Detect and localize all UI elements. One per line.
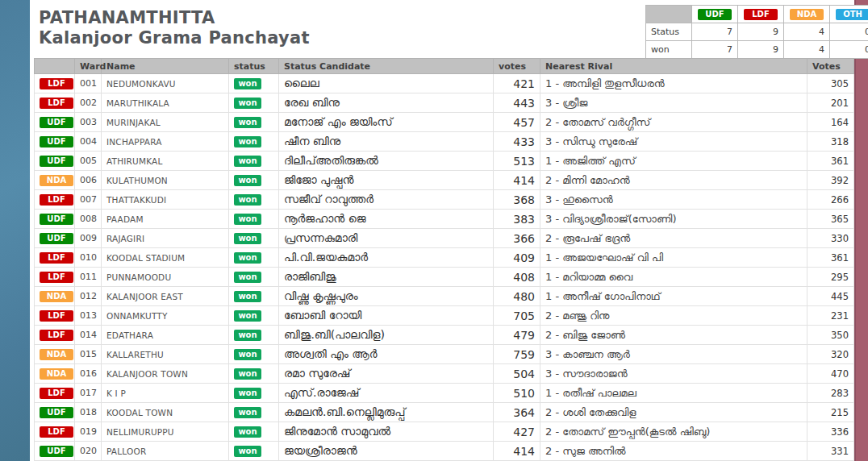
page-title: PATHANAMTHITTA Kalanjoor Grama Panchayat bbox=[39, 8, 310, 48]
status-cell: won bbox=[229, 229, 279, 248]
nearest-rival: 2 - രൂപേഷ് ഭദ്രൻ bbox=[540, 229, 807, 248]
status-candidate: രാജിബിജു bbox=[279, 268, 494, 287]
rival-votes: 164 bbox=[807, 113, 854, 132]
candidate-votes: 427 bbox=[494, 422, 540, 442]
candidate-votes: 510 bbox=[494, 384, 540, 403]
summary-status-udf: 7 bbox=[692, 23, 738, 41]
status-cell: won bbox=[229, 442, 279, 461]
won-badge: won bbox=[234, 214, 261, 225]
party-badge: LDF bbox=[40, 194, 73, 206]
candidate-votes: 408 bbox=[494, 268, 540, 287]
rival-votes: 305 bbox=[807, 74, 854, 93]
ward-results-table: Ward Name status Status Candidate votes … bbox=[34, 58, 854, 461]
header-ward: Ward bbox=[75, 59, 102, 74]
ward-number: 008 bbox=[75, 210, 102, 229]
summary-won-nda: 4 bbox=[784, 41, 830, 59]
summary-status-label: Status bbox=[646, 23, 692, 41]
udf-badge: UDF bbox=[698, 9, 732, 20]
nearest-rival: 3 - ഹുസൈൻ bbox=[540, 190, 807, 210]
status-candidate: പി.വി.ജയകുമാർ bbox=[279, 248, 494, 268]
ward-number: 017 bbox=[75, 384, 102, 403]
ward-name: THATTAKKUDI bbox=[102, 190, 229, 210]
won-badge: won bbox=[234, 310, 261, 322]
status-candidate: പ്രസന്നകുമാരി bbox=[279, 229, 494, 248]
summary-status-nda: 4 bbox=[784, 23, 830, 41]
party-cell: LDF bbox=[35, 422, 75, 442]
header-name: Name bbox=[102, 59, 229, 74]
candidate-votes: 759 bbox=[494, 345, 540, 364]
won-badge: won bbox=[234, 233, 261, 244]
party-cell: NDA bbox=[35, 345, 75, 364]
summary-corner-cell bbox=[646, 6, 692, 23]
party-cell: NDA bbox=[35, 287, 75, 306]
candidate-votes: 504 bbox=[494, 364, 540, 384]
party-badge: NDA bbox=[40, 175, 73, 186]
party-badge: LDF bbox=[40, 310, 73, 322]
status-candidate: കമലൻ.ബി.നെല്ലിമുരുപ്പ് bbox=[279, 403, 494, 422]
table-row: LDF 019 NELLIMURUPPU won ജിനുമോൻ സാമുവൽ … bbox=[35, 422, 854, 442]
rival-votes: 365 bbox=[807, 210, 854, 229]
status-cell: won bbox=[229, 74, 279, 93]
status-cell: won bbox=[229, 248, 279, 268]
candidate-votes: 480 bbox=[494, 287, 540, 306]
ward-number: 001 bbox=[75, 74, 102, 93]
table-row: LDF 007 THATTAKKUDI won സജീവ് റാവുത്തർ 3… bbox=[35, 190, 854, 210]
candidate-votes: 705 bbox=[494, 306, 540, 326]
status-cell: won bbox=[229, 171, 279, 190]
nearest-rival: 3 - സൗദാരാജൻ bbox=[540, 364, 807, 384]
ward-number: 003 bbox=[75, 113, 102, 132]
left-sidebar bbox=[0, 0, 30, 461]
candidate-votes: 409 bbox=[494, 248, 540, 268]
status-cell: won bbox=[229, 152, 279, 171]
ward-name: KOODAL TOWN bbox=[102, 403, 229, 422]
summary-won-label: won bbox=[646, 41, 692, 59]
table-row: UDF 008 PAADAM won നൂർജഹാൻ ജെ 383 3 - വി… bbox=[35, 210, 854, 229]
rival-votes: 336 bbox=[807, 422, 854, 442]
nda-badge: NDA bbox=[790, 9, 824, 20]
party-badge: LDF bbox=[40, 272, 73, 283]
won-badge: won bbox=[234, 272, 261, 283]
party-cell: UDF bbox=[35, 113, 75, 132]
status-cell: won bbox=[229, 190, 279, 210]
summary-status-row: Status 7 9 4 0 bbox=[646, 23, 868, 41]
status-candidate: ബോബി റോയി bbox=[279, 306, 494, 326]
won-badge: won bbox=[234, 78, 261, 89]
candidate-votes: 479 bbox=[494, 326, 540, 345]
status-candidate: ജിജോ പുഷ്പൻ bbox=[279, 171, 494, 190]
won-badge: won bbox=[234, 330, 261, 341]
header-status: status bbox=[229, 59, 279, 74]
party-badge: UDF bbox=[40, 446, 73, 457]
ward-name: NEDUMONKAVU bbox=[102, 74, 229, 93]
candidate-votes: 383 bbox=[494, 210, 540, 229]
table-row: LDF 010 KOODAL STADIUM won പി.വി.ജയകുമാർ… bbox=[35, 248, 854, 268]
won-badge: won bbox=[234, 407, 261, 418]
rival-votes: 318 bbox=[807, 132, 854, 152]
party-cell: LDF bbox=[35, 384, 75, 403]
status-candidate: സജീവ് റാവുത്തർ bbox=[279, 190, 494, 210]
won-badge: won bbox=[234, 388, 261, 399]
ward-name: KALANJOOR EAST bbox=[102, 287, 229, 306]
party-cell: LDF bbox=[35, 74, 75, 93]
won-badge: won bbox=[234, 136, 261, 147]
table-row: LDF 017 K I P won എസ്.രാജേഷ് 510 1 - രതീ… bbox=[35, 384, 854, 403]
ward-number: 006 bbox=[75, 171, 102, 190]
won-badge: won bbox=[234, 446, 261, 457]
candidate-votes: 443 bbox=[494, 93, 540, 113]
party-cell: UDF bbox=[35, 229, 75, 248]
table-row: UDF 009 RAJAGIRI won പ്രസന്നകുമാരി 366 2… bbox=[35, 229, 854, 248]
summary-party-ldf: LDF bbox=[738, 6, 784, 23]
nearest-rival: 2 - തോമസ് ഈപ്പൻ(കൂടൽ ഷിബു) bbox=[540, 422, 807, 442]
status-candidate: രമാ സുരേഷ് bbox=[279, 364, 494, 384]
table-row: LDF 013 ONNAMKUTTY won ബോബി റോയി 705 2 -… bbox=[35, 306, 854, 326]
rival-votes: 320 bbox=[807, 345, 854, 364]
status-candidate: അശ്വതി എം ആർ bbox=[279, 345, 494, 364]
status-cell: won bbox=[229, 93, 279, 113]
party-badge: NDA bbox=[40, 291, 73, 302]
party-cell: UDF bbox=[35, 152, 75, 171]
ward-name: ONNAMKUTTY bbox=[102, 306, 229, 326]
party-cell: LDF bbox=[35, 190, 75, 210]
nearest-rival: 2 - തോമസ് വർഗ്ഗീസ് bbox=[540, 113, 807, 132]
candidate-votes: 414 bbox=[494, 442, 540, 461]
table-row: LDF 014 EDATHARA won ബിജു.ബി(പാലവിള) 479… bbox=[35, 326, 854, 345]
nearest-rival: 3 - കാഞ്ചന ആർ bbox=[540, 345, 807, 364]
